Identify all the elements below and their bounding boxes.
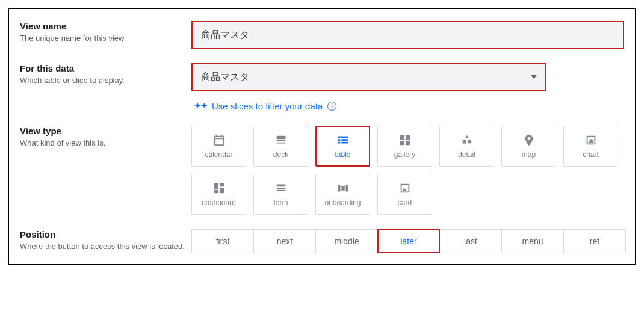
chart-icon xyxy=(584,134,598,147)
view-type-detail[interactable]: detail xyxy=(439,126,494,167)
table-icon xyxy=(336,134,350,147)
view-type-card[interactable]: card xyxy=(377,174,432,215)
view-type-onboarding[interactable]: onboarding xyxy=(315,174,370,215)
position-row: Position Where the button to access this… xyxy=(20,229,624,253)
view-type-map[interactable]: map xyxy=(501,126,556,167)
view-type-label: chart xyxy=(583,150,599,159)
position-label: Position Where the button to access this… xyxy=(20,229,191,251)
view-type-calendar[interactable]: calendar xyxy=(191,126,246,167)
position-middle[interactable]: middle xyxy=(315,229,378,253)
dashboard-icon xyxy=(212,182,226,195)
map-icon xyxy=(522,134,536,147)
view-type-form[interactable]: form xyxy=(253,174,308,215)
position-desc: Where the button to access this view is … xyxy=(20,242,191,251)
view-name-label: View name The unique name for this view. xyxy=(20,21,191,43)
position-title: Position xyxy=(20,229,191,239)
view-type-title: View type xyxy=(20,126,191,136)
info-icon[interactable]: i xyxy=(327,102,336,111)
position-first[interactable]: first xyxy=(191,229,254,253)
for-data-selected-value: 商品マスタ xyxy=(201,71,531,84)
view-type-label: form xyxy=(274,198,288,207)
slices-link-row: ✦✦ Use slices to filter your data i xyxy=(194,100,624,111)
position-later[interactable]: later xyxy=(377,229,440,253)
position-ref[interactable]: ref xyxy=(563,229,626,253)
view-type-label: map xyxy=(522,150,536,159)
view-type-desc: What kind of view this is. xyxy=(20,138,191,147)
for-data-title: For this data xyxy=(20,63,191,73)
view-name-row: View name The unique name for this view. xyxy=(20,21,624,49)
view-name-desc: The unique name for this view. xyxy=(20,34,191,43)
position-menu[interactable]: menu xyxy=(501,229,564,253)
detail-icon xyxy=(460,134,474,147)
view-type-label: dashboard xyxy=(202,198,236,207)
view-type-label: gallery xyxy=(394,150,415,159)
view-type-label: onboarding xyxy=(324,198,361,207)
gallery-icon xyxy=(398,134,412,147)
sparkle-icon: ✦✦ xyxy=(194,100,207,111)
view-type-label: View type What kind of view this is. xyxy=(20,126,191,147)
view-type-label: calendar xyxy=(205,150,232,159)
view-settings-panel: View name The unique name for this view.… xyxy=(8,8,636,265)
view-type-gallery[interactable]: gallery xyxy=(377,126,432,167)
for-data-desc: Which table or slice to display. xyxy=(20,76,191,85)
view-type-deck[interactable]: deck xyxy=(253,126,308,167)
form-icon xyxy=(274,182,288,195)
view-type-label: deck xyxy=(273,150,288,159)
card-icon xyxy=(398,182,412,195)
view-type-dashboard[interactable]: dashboard xyxy=(191,174,246,215)
view-type-label: table xyxy=(335,150,350,159)
position-options: firstnextmiddlelaterlastmenuref xyxy=(191,229,625,253)
view-type-table[interactable]: table xyxy=(315,126,370,167)
calendar-icon xyxy=(212,134,226,147)
view-type-label: card xyxy=(398,198,412,207)
deck-icon xyxy=(274,134,288,147)
for-data-row: For this data Which table or slice to di… xyxy=(20,63,624,111)
view-type-chart[interactable]: chart xyxy=(563,126,618,167)
position-next[interactable]: next xyxy=(253,229,316,253)
for-data-label: For this data Which table or slice to di… xyxy=(20,63,191,85)
view-type-grid: calendardecktablegallerydetailmapchartda… xyxy=(191,126,624,215)
view-type-label: detail xyxy=(458,150,475,159)
for-data-select[interactable]: 商品マスタ xyxy=(191,63,546,91)
slices-link[interactable]: Use slices to filter your data xyxy=(212,101,323,111)
view-name-title: View name xyxy=(20,21,191,31)
caret-down-icon xyxy=(531,75,537,79)
view-type-row: View type What kind of view this is. cal… xyxy=(20,126,624,215)
onboarding-icon xyxy=(336,182,350,195)
view-name-input[interactable] xyxy=(191,21,624,49)
position-last[interactable]: last xyxy=(439,229,502,253)
